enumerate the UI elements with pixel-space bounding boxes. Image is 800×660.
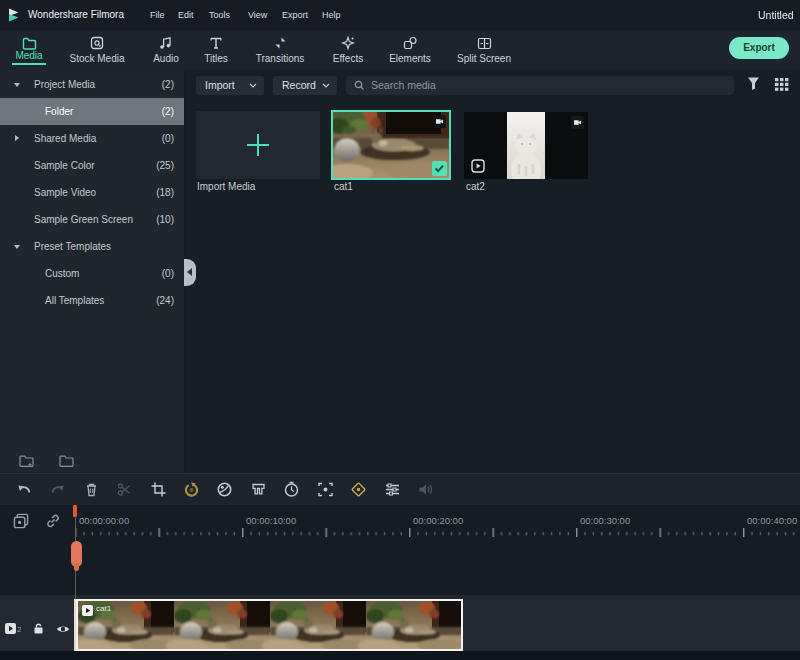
svg-text:2: 2 — [17, 625, 21, 634]
